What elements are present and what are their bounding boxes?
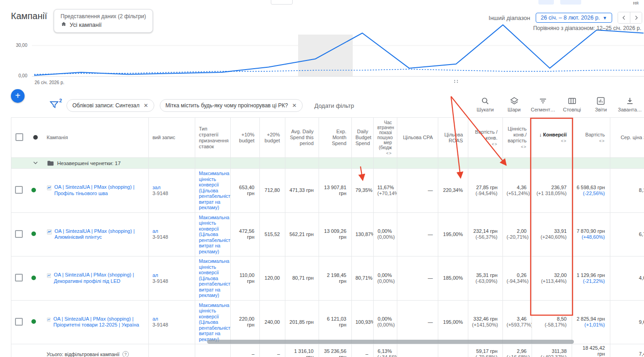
download-button[interactable]: Заванта… bbox=[616, 96, 644, 112]
column-header-cost[interactable]: Вартість<> bbox=[572, 118, 610, 158]
cell-avg_price: 9,6 bbox=[610, 300, 644, 344]
columns-button[interactable]: Стовпці bbox=[558, 96, 586, 112]
bid-strategy-link[interactable]: Максимальна цінність конверсії (Цільова … bbox=[199, 258, 231, 298]
cell-exp_month: 2 198,45 грн bbox=[319, 256, 352, 301]
account-link[interactable]: ал bbox=[152, 228, 191, 234]
filter-button[interactable]: 2 bbox=[49, 100, 61, 111]
draft-group-row[interactable]: Незавершені чернетки: 17 bbox=[11, 158, 644, 169]
account-link[interactable]: ал bbox=[152, 316, 191, 322]
account-link[interactable]: зал bbox=[152, 185, 191, 191]
column-header-avg_daily[interactable]: Avg. Daily Spend this period bbox=[285, 118, 319, 158]
cropped-top-element bbox=[271, 0, 293, 5]
columns-icon bbox=[568, 96, 577, 106]
row-checkbox-cell[interactable] bbox=[11, 256, 28, 301]
cell-conv_value_per_cost: 2,00(-20,71%) bbox=[503, 212, 532, 256]
campaign-link[interactable]: OA | SintezalUA | PMax (shopping) | Проф… bbox=[54, 184, 145, 196]
close-icon[interactable]: ✕ bbox=[292, 102, 297, 109]
campaign-type-icon bbox=[47, 272, 51, 279]
row-checkbox[interactable] bbox=[15, 318, 23, 326]
filter-chip-label-filter[interactable]: Мітка містить будь-яку чому проігнорував… bbox=[160, 99, 303, 112]
row-checkbox[interactable] bbox=[15, 274, 23, 282]
cell-conversions: 32,00(+113,44%) bbox=[532, 256, 572, 301]
cell-target_roas: 220,34% bbox=[438, 169, 468, 213]
layers-button[interactable]: Шари bbox=[500, 96, 528, 112]
cell-cost: 1 129,96 грн(-21,22%) bbox=[572, 256, 610, 301]
cell-strategy: Максимальна цінність конверсії (Цільова … bbox=[195, 256, 231, 301]
row-checkbox-cell[interactable] bbox=[11, 212, 28, 256]
cell-target_cpa bbox=[397, 344, 438, 357]
cell-target_cpa: — bbox=[397, 212, 438, 256]
cell-target_roas: 185,00% bbox=[438, 256, 468, 301]
row-checkbox-cell[interactable] bbox=[11, 169, 28, 213]
segment-icon bbox=[538, 96, 548, 106]
row-checkbox-cell[interactable] bbox=[11, 300, 28, 344]
select-all-checkbox[interactable] bbox=[11, 118, 28, 158]
chevron-down-icon[interactable] bbox=[32, 159, 39, 166]
cell-cost_per_conv: 35,31 грн(-63,09%) bbox=[468, 256, 503, 301]
cell-exp_month: 13 009,26 грн bbox=[319, 212, 352, 256]
column-header-strategy[interactable]: Тип стратегії призначення ставок bbox=[195, 118, 231, 158]
cell-b20: 120,00 bbox=[260, 256, 285, 301]
campaign-link[interactable]: OA | SintezalUA | PMax (shopping) | Алюм… bbox=[55, 228, 145, 241]
row-checkbox[interactable] bbox=[15, 186, 23, 194]
column-header-conv_value_per_cost[interactable]: Цінність конв./ вартість<> bbox=[503, 118, 532, 158]
close-icon[interactable]: ✕ bbox=[143, 102, 148, 109]
cell-campaign: OA | SintezalUA | PMax (shopping) | Алюм… bbox=[43, 212, 149, 256]
cell-conv_value_per_cost: 2,96(+16,68%) bbox=[503, 344, 532, 357]
column-header-target_roas[interactable]: Цільова ROAS bbox=[438, 118, 468, 158]
bid-strategy-link[interactable]: Максимальна цінність конверсії (Цільова … bbox=[199, 215, 231, 254]
bid-strategy-link[interactable]: Максимальна цінність конверсії (Цільова … bbox=[199, 302, 231, 342]
column-header-cost_per_conv[interactable]: Вартість / конв.<> bbox=[468, 118, 503, 158]
cell-b10: 220,00 грн bbox=[231, 300, 260, 344]
campaign-link[interactable]: OA | SintezalUA | PMax (shopping) | Пріо… bbox=[53, 316, 145, 328]
column-header-account[interactable]: вий запис bbox=[149, 118, 195, 158]
column-header-conversions[interactable]: ↓ Конверсії<> bbox=[532, 118, 572, 158]
reports-button[interactable]: Звіти bbox=[587, 96, 615, 112]
cell-cost_per_conv: 232,14 грн(-56,37%) bbox=[468, 212, 503, 256]
column-header-target_cpa[interactable]: Цільова CPA bbox=[397, 118, 438, 158]
bid-strategy-link[interactable]: Максимальна цінність конверсії (Цільова … bbox=[199, 171, 231, 210]
y-axis-tick-30: 30,00 bbox=[6, 43, 27, 48]
campaign-link[interactable]: OA | SintezalUA | PMax (shopping) | Деко… bbox=[54, 272, 145, 284]
compare-icon: <> bbox=[472, 142, 497, 146]
column-header-avg_price[interactable]: Сер. ціна з bbox=[610, 118, 644, 158]
add-campaign-button[interactable]: + bbox=[11, 89, 25, 103]
cell-cost: 18 425,42 грн(+2,08%) bbox=[572, 344, 610, 357]
cell-strategy: Максимальна цінність конверсії (Цільова … bbox=[195, 300, 231, 344]
cell-b10: 110,00 грн bbox=[231, 256, 260, 301]
date-range-picker[interactable]: 26 січ. – 8 лют. 2026 р. ▼ bbox=[536, 13, 612, 23]
column-header-b20[interactable]: +20% budget bbox=[260, 118, 285, 158]
help-icon[interactable]: ? bbox=[122, 351, 129, 357]
column-header-campaign[interactable]: Кампанія bbox=[43, 118, 149, 158]
prev-range-button[interactable] bbox=[618, 12, 630, 23]
next-range-button[interactable] bbox=[630, 12, 642, 23]
add-filter-button[interactable]: Додати фільтр bbox=[314, 102, 354, 109]
compare-icon: <> bbox=[536, 139, 567, 143]
campaign-type-icon bbox=[47, 184, 52, 191]
account-link[interactable]: ал bbox=[152, 272, 191, 278]
status-enabled-icon bbox=[31, 276, 36, 280]
cell-b20: – bbox=[260, 344, 285, 357]
column-header-lost_search_is[interactable]: Час втрачен показі пошуко мер (бюдж<> bbox=[374, 118, 397, 158]
column-header-daily_budget[interactable]: Daily Budget Spend bbox=[352, 118, 374, 158]
column-header-exp_month[interactable]: Exp. Month Spend bbox=[319, 118, 352, 158]
search-button[interactable]: Шукати bbox=[471, 96, 499, 112]
column-header-b10[interactable]: +10% budget bbox=[231, 118, 260, 158]
cell-conversions: 311,38(+402,37%) bbox=[532, 344, 572, 357]
cell-target_roas: 195,00% bbox=[438, 212, 468, 256]
cell-campaign: OA | SintezalUA | PMax (shopping) | Деко… bbox=[43, 256, 149, 301]
chart-drag-handle-icon[interactable] bbox=[453, 77, 459, 85]
segment-button[interactable]: Сегмент… bbox=[529, 96, 557, 112]
cell-daily_budget: 79,35% bbox=[352, 169, 374, 213]
x-axis-start-label: 26 січ. 2026 р. bbox=[35, 80, 64, 85]
cell-avg_daily: 471,33 грн bbox=[285, 169, 319, 213]
cell-exp_month: 6 121,03 грн bbox=[319, 300, 352, 344]
cell-strategy: Максимальна цінність конверсії (Цільова … bbox=[195, 212, 231, 256]
cell-account: ал3-9148 bbox=[149, 212, 195, 256]
horizontal-scrollbar[interactable] bbox=[207, 340, 574, 344]
row-checkbox[interactable] bbox=[15, 230, 23, 238]
data-view-card[interactable]: Представлення даних (2 фільтри) Усі камп… bbox=[54, 9, 153, 33]
select-all-checkbox[interactable] bbox=[15, 133, 23, 141]
other-range-label: Інший діапазон bbox=[489, 15, 530, 21]
filter-chip-accounts[interactable]: Облікові записи: Синтезал ✕ bbox=[66, 99, 154, 112]
